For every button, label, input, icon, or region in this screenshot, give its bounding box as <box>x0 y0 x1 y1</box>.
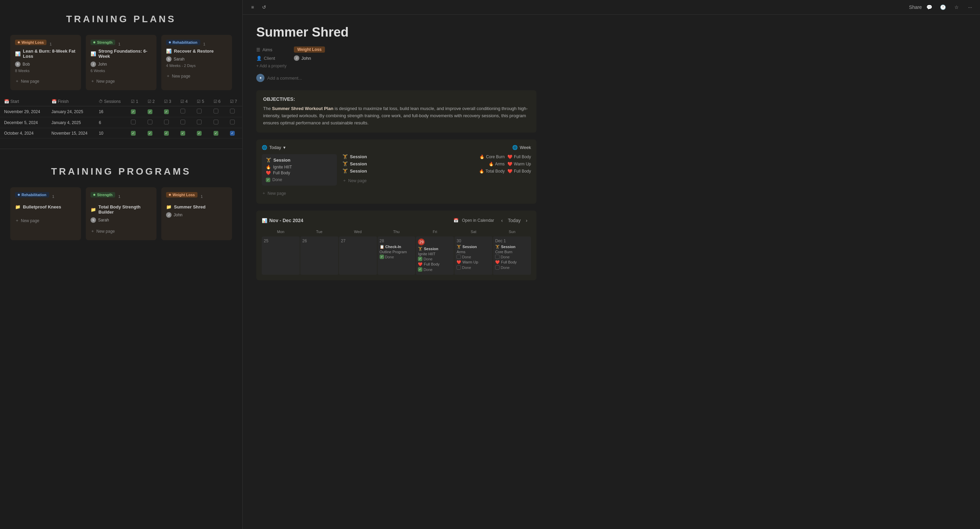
cell-check-1-2[interactable] <box>160 117 176 128</box>
col-sessions[interactable]: ⏱ Sessions <box>95 97 127 106</box>
avatar-0: B <box>15 62 21 67</box>
session-done-check[interactable]: ✓ Done <box>266 177 333 182</box>
cell-date-2: 27 <box>341 239 375 243</box>
week-cell-0: 25 <box>262 236 300 275</box>
today-label[interactable]: 🌐 Today ▾ <box>262 145 286 150</box>
week-cells: 25262728 📋 Check-In Outline Program ✓ Do… <box>262 236 531 275</box>
col-finish[interactable]: 📅 Finish <box>48 97 95 106</box>
cal-done-chk-sub-6-1[interactable] <box>495 265 500 269</box>
plus-icon-0: ＋ <box>15 78 19 84</box>
aims-value[interactable]: Weight Loss <box>294 46 325 53</box>
col-7[interactable]: ☑ 7 <box>226 97 242 106</box>
cal-next-btn[interactable]: › <box>522 216 531 225</box>
star-icon-btn[interactable]: ☆ <box>952 3 961 12</box>
prog-meta-1: S Sarah <box>91 217 152 223</box>
cell-check-1-5[interactable] <box>210 117 226 128</box>
cal-done-chk-3-0[interactable]: ✓ <box>380 255 384 259</box>
day-header-Sat: Sat <box>455 228 492 235</box>
prog-new-page-1[interactable]: ＋ New page <box>91 227 152 236</box>
col-start[interactable]: 📅 Start <box>0 97 48 106</box>
aims-badge[interactable]: Weight Loss <box>294 46 325 53</box>
plan-icon-2: 📊 <box>166 49 172 54</box>
cell-check-0-5[interactable] <box>210 106 226 117</box>
week-cell-1: 26 <box>301 236 338 275</box>
cell-check-0-4[interactable] <box>193 106 209 117</box>
col-2[interactable]: ☑ 2 <box>143 97 160 106</box>
session-tags-2: 🔥 Total Body ❤️ Full Body <box>479 169 531 174</box>
cell-check-2-0[interactable]: ✓ <box>127 128 143 139</box>
prog-new-page-0[interactable]: ＋ New page <box>15 216 76 225</box>
cell-check-2-6[interactable]: ✓ <box>226 128 242 139</box>
plus-icon-cal-right: ＋ <box>342 178 347 183</box>
cal-done-chk-5-0[interactable] <box>457 255 461 259</box>
plans-table: 📅 Start 📅 Finish ⏱ Sessions ☑ 1 ☑ 2 ☑ 3 … <box>0 97 242 145</box>
comment-area[interactable]: ✦ Add a comment... <box>256 74 536 82</box>
cell-check-1-6[interactable] <box>226 117 242 128</box>
cell-check-2-1[interactable]: ✓ <box>143 128 160 139</box>
comment-icon-btn[interactable]: 💬 <box>924 3 934 12</box>
col-1[interactable]: ☑ 1 <box>127 97 143 106</box>
cell-date-0: 25 <box>264 239 298 243</box>
cal-done-chk-sub-5-1[interactable] <box>457 265 461 269</box>
session-item-hiit: 🔥 Ignite HIIT <box>266 165 333 169</box>
objectives-title: OBJECTIVES: <box>263 96 530 102</box>
cal-month-right: 📅 Open in Calendar ‹ Today › <box>453 216 531 225</box>
calendar-grid-section: 📊 Nov - Dec 2024 📅 Open in Calendar ‹ To… <box>256 210 536 280</box>
col-4[interactable]: ☑ 4 <box>176 97 193 106</box>
cal-event-4-0: 🏋️ Session Ignite HIIT ✓ Done <box>418 247 452 261</box>
cell-start-2: October 4, 2024 <box>0 128 48 139</box>
share-button[interactable]: Share <box>911 3 920 12</box>
cell-start-0: November 29, 2024 <box>0 106 48 117</box>
session-tag1-0: 🔥 Core Burn <box>479 155 505 159</box>
top-bar-left: ≡ ↺ <box>248 3 269 12</box>
cal-done-chk-sub-4-1[interactable]: ✓ <box>418 267 422 272</box>
add-property-button[interactable]: + Add a property <box>256 64 536 69</box>
cal-today-btn[interactable]: Today <box>510 216 519 225</box>
page-title: Summer Shred <box>256 25 536 40</box>
cell-check-1-4[interactable] <box>193 117 209 128</box>
new-page-calendar-right[interactable]: ＋ New page <box>342 176 531 186</box>
cal-done-chk-4-0[interactable]: ✓ <box>418 257 422 261</box>
week-cell-6: Dec 1 🏋️ Session Core Burn Done ❤️ Full … <box>493 236 531 275</box>
tag2-icon-1: ❤️ <box>508 162 512 166</box>
cell-check-0-2[interactable]: ✓ <box>160 106 176 117</box>
prog-card-strength: Strength 1 📁 Total Body Strength Builder… <box>86 187 156 240</box>
session-icon-right-0: 🏋️ <box>342 154 348 159</box>
col-6[interactable]: ☑ 6 <box>210 97 226 106</box>
cal-prev-btn[interactable]: ‹ <box>498 216 506 225</box>
cell-check-2-4[interactable]: ✓ <box>193 128 209 139</box>
cell-check-2-5[interactable]: ✓ <box>210 128 226 139</box>
cell-check-0-3[interactable] <box>176 106 193 117</box>
new-page-btn-1[interactable]: ＋ New page <box>91 77 152 85</box>
tag2-icon-0: ❤️ <box>508 155 512 159</box>
prog-tag-1: Strength <box>91 192 115 198</box>
cell-check-0-0[interactable]: ✓ <box>127 106 143 117</box>
cell-check-2-3[interactable]: ✓ <box>176 128 193 139</box>
cell-check-2-2[interactable]: ✓ <box>160 128 176 139</box>
session-tag1-1: 🔥 Arms <box>488 162 505 166</box>
day-header-Thu: Thu <box>377 228 415 235</box>
session-col-left: 🏋️ Session 🔥 Ignite HIIT ❤️ Full Body <box>262 154 337 198</box>
top-bar: ≡ ↺ Share 💬 🕐 ☆ ··· <box>243 0 980 15</box>
open-in-calendar-label[interactable]: Open in Calendar <box>462 218 494 223</box>
cell-check-1-1[interactable] <box>143 117 160 128</box>
new-page-btn-0[interactable]: ＋ New page <box>15 77 76 85</box>
more-options-btn[interactable]: ··· <box>966 3 975 12</box>
session-tags-0: 🔥 Core Burn ❤️ Full Body <box>479 155 531 159</box>
done-checkbox[interactable]: ✓ <box>266 178 270 182</box>
cell-check-0-1[interactable]: ✓ <box>143 106 160 117</box>
cell-check-0-6[interactable] <box>226 106 242 117</box>
cal-done-chk-6-0[interactable] <box>495 255 500 259</box>
new-page-calendar-left[interactable]: ＋ New page <box>262 188 337 198</box>
cell-check-1-3[interactable] <box>176 117 193 128</box>
toggle-sidebar-button[interactable]: ≡ <box>248 3 257 12</box>
back-button[interactable]: ↺ <box>260 3 269 12</box>
col-5[interactable]: ☑ 5 <box>193 97 209 106</box>
cell-check-1-0[interactable] <box>127 117 143 128</box>
col-3[interactable]: ☑ 3 <box>160 97 176 106</box>
new-page-btn-2[interactable]: ＋ New page <box>166 72 227 80</box>
cal-event-5-0: 🏋️ Session Arms Done <box>457 245 490 259</box>
clock-icon-btn[interactable]: 🕐 <box>938 3 947 12</box>
week-label[interactable]: 🌐 Week <box>512 145 531 150</box>
session-icon-left: 🏋️ <box>266 158 271 163</box>
